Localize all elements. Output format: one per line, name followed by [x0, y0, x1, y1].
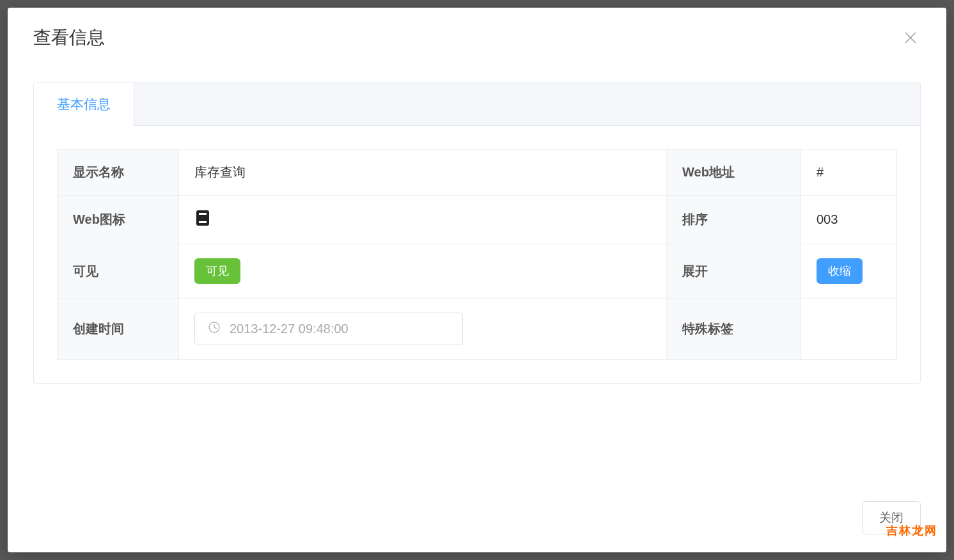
- tabs-container: 基本信息 显示名称 库存查询 Web地址 # Web图标: [33, 82, 921, 384]
- view-info-modal: 查看信息 基本信息 显示名称 库存查询 Web地址 #: [8, 8, 946, 552]
- value-web-url: #: [801, 150, 897, 196]
- label-visible: 可见: [58, 244, 179, 299]
- tab-header: 基本信息: [34, 82, 920, 126]
- visible-tag: 可见: [194, 258, 240, 284]
- value-sort: 003: [801, 196, 897, 244]
- svg-rect-3: [199, 213, 207, 215]
- label-expand: 展开: [667, 244, 801, 299]
- svg-rect-2: [196, 210, 209, 226]
- table-row: Web图标 排序 003: [58, 196, 897, 244]
- table-row: 创建时间 2013-12-27 09:48: [58, 299, 897, 360]
- value-visible: 可见: [179, 244, 667, 299]
- value-special-tag: [801, 299, 897, 360]
- close-icon[interactable]: [900, 27, 921, 48]
- value-web-icon: [179, 196, 667, 244]
- value-create-time: 2013-12-27 09:48:00: [179, 299, 667, 360]
- watermark: 吉林龙网: [886, 523, 937, 538]
- label-sort: 排序: [667, 196, 801, 244]
- svg-line-7: [214, 327, 217, 329]
- label-web-icon: Web图标: [58, 196, 179, 244]
- label-create-time: 创建时间: [58, 299, 179, 360]
- tab-basic-info[interactable]: 基本信息: [34, 82, 134, 126]
- create-time-input[interactable]: 2013-12-27 09:48:00: [194, 313, 463, 345]
- info-table: 显示名称 库存查询 Web地址 # Web图标: [57, 149, 897, 360]
- book-icon: [194, 210, 211, 226]
- modal-footer: 关闭: [8, 490, 946, 552]
- label-display-name: 显示名称: [58, 150, 179, 196]
- clock-icon: [208, 321, 221, 337]
- create-time-value: 2013-12-27 09:48:00: [230, 322, 348, 336]
- tab-content: 显示名称 库存查询 Web地址 # Web图标: [34, 126, 920, 383]
- modal-title: 查看信息: [33, 26, 105, 50]
- label-special-tag: 特殊标签: [667, 299, 801, 360]
- svg-rect-4: [199, 221, 207, 223]
- table-row: 显示名称 库存查询 Web地址 #: [58, 150, 897, 196]
- value-expand: 收缩: [801, 244, 897, 299]
- value-display-name: 库存查询: [179, 150, 667, 196]
- label-web-url: Web地址: [667, 150, 801, 196]
- table-row: 可见 可见 展开 收缩: [58, 244, 897, 299]
- expand-tag: 收缩: [817, 258, 863, 284]
- modal-header: 查看信息: [8, 8, 946, 63]
- modal-body: 基本信息 显示名称 库存查询 Web地址 # Web图标: [8, 63, 946, 490]
